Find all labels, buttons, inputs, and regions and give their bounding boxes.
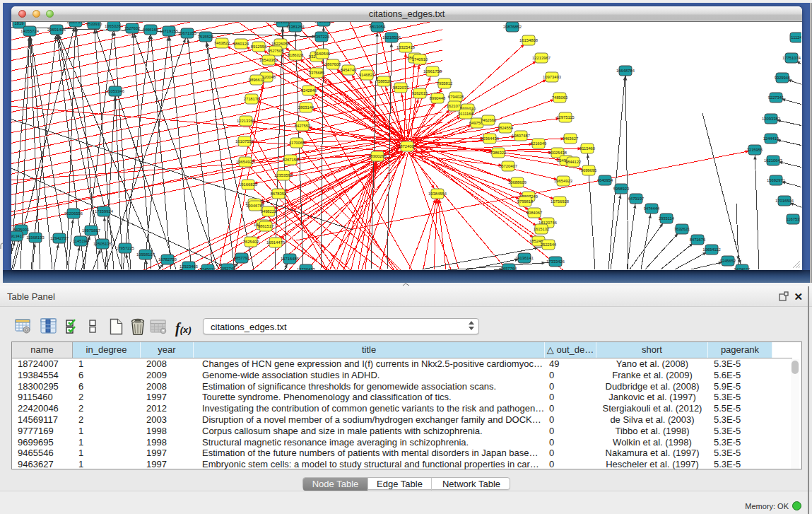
svg-text:11124: 11124 <box>791 35 801 40</box>
svg-text:9474444: 9474444 <box>644 206 660 211</box>
svg-text:3375685: 3375685 <box>309 71 325 75</box>
svg-text:8990448: 8990448 <box>430 96 446 100</box>
svg-text:10961758: 10961758 <box>423 69 442 74</box>
svg-text:17751074: 17751074 <box>782 56 801 60</box>
svg-text:9799818: 9799818 <box>517 199 534 204</box>
svg-text:7462660: 7462660 <box>481 118 497 122</box>
svg-text:9329946: 9329946 <box>775 76 791 80</box>
svg-text:15720407: 15720407 <box>499 164 517 168</box>
svg-text:19218506: 19218506 <box>382 35 401 40</box>
svg-text:3913410: 3913410 <box>11 234 24 238</box>
svg-text:16154808: 16154808 <box>519 38 538 42</box>
svg-text:1640954: 1640954 <box>597 178 613 182</box>
svg-text:10688609: 10688609 <box>508 180 526 185</box>
svg-text:12093382: 12093382 <box>762 117 780 121</box>
svg-text:18300295: 18300295 <box>368 154 387 158</box>
svg-text:11568193: 11568193 <box>26 235 44 240</box>
svg-text:7485063: 7485063 <box>552 95 568 100</box>
svg-text:10756928: 10756928 <box>551 199 569 204</box>
svg-text:7357224: 7357224 <box>314 35 330 39</box>
svg-text:10653267: 10653267 <box>105 24 123 28</box>
svg-text:17333426: 17333426 <box>546 259 565 264</box>
svg-text:16914479: 16914479 <box>266 240 285 245</box>
svg-text:12923465: 12923465 <box>180 264 198 269</box>
svg-text:9533910: 9533910 <box>86 22 102 26</box>
svg-text:9896612: 9896612 <box>249 78 265 82</box>
svg-text:19654925: 19654925 <box>236 160 254 164</box>
svg-text:7625402: 7625402 <box>243 240 259 244</box>
svg-text:6466160: 6466160 <box>143 28 159 32</box>
svg-text:8427552: 8427552 <box>295 124 311 128</box>
svg-text:9474622: 9474622 <box>734 267 751 270</box>
svg-text:2935114: 2935114 <box>659 216 675 221</box>
svg-text:1819: 1819 <box>15 22 24 25</box>
svg-text:13736435: 13736435 <box>297 267 315 270</box>
svg-text:9527505: 9527505 <box>268 49 284 53</box>
svg-text:10046786: 10046786 <box>246 204 264 208</box>
svg-text:12353594: 12353594 <box>274 173 293 177</box>
svg-text:12213967: 12213967 <box>532 56 551 60</box>
svg-text:10887379: 10887379 <box>66 22 85 24</box>
svg-text:20876852: 20876852 <box>503 25 522 29</box>
svg-text:10958107: 10958107 <box>136 252 155 257</box>
svg-text:9115460: 9115460 <box>579 146 595 151</box>
svg-text:9262615: 9262615 <box>412 91 428 95</box>
svg-text:12213369: 12213369 <box>237 119 255 123</box>
svg-text:10654112: 10654112 <box>702 247 720 252</box>
svg-text:9227341: 9227341 <box>768 95 784 100</box>
svg-text:7955812: 7955812 <box>437 81 453 86</box>
svg-text:6479197: 6479197 <box>628 197 645 201</box>
svg-text:15692971: 15692971 <box>767 178 785 182</box>
svg-text:10807487: 10807487 <box>512 134 530 138</box>
svg-text:9844122: 9844122 <box>565 160 582 164</box>
svg-text:16107552: 16107552 <box>235 139 254 144</box>
svg-text:9242848: 9242848 <box>301 88 317 93</box>
svg-text:15716485: 15716485 <box>281 257 299 261</box>
svg-text:4170065: 4170065 <box>289 141 305 145</box>
svg-text:7463822: 7463822 <box>214 41 230 45</box>
svg-text:10973493: 10973493 <box>543 75 561 79</box>
svg-text:8471676: 8471676 <box>690 238 706 242</box>
svg-text:12505135: 12505135 <box>93 242 112 246</box>
svg-text:13325419: 13325419 <box>396 45 415 49</box>
svg-text:9860124: 9860124 <box>233 42 249 46</box>
svg-text:14136141: 14136141 <box>515 256 534 260</box>
svg-text:7632621: 7632621 <box>674 227 690 231</box>
svg-text:9498222: 9498222 <box>261 209 277 214</box>
svg-text:9245652: 9245652 <box>720 259 736 263</box>
svg-text:8912954: 8912954 <box>251 45 267 49</box>
svg-text:17957225: 17957225 <box>116 246 134 250</box>
svg-text:1052749: 1052749 <box>220 267 236 270</box>
svg-text:9857791: 9857791 <box>234 256 250 260</box>
svg-text:16210643: 16210643 <box>764 158 782 163</box>
svg-text:9146821: 9146821 <box>359 73 375 77</box>
svg-text:10025438: 10025438 <box>548 151 567 155</box>
svg-text:1244419: 1244419 <box>763 136 779 141</box>
svg-text:1527602: 1527602 <box>124 26 141 30</box>
svg-text:1740910: 1740910 <box>412 57 428 62</box>
svg-text:21053346: 21053346 <box>106 89 124 93</box>
svg-text:16648784: 16648784 <box>616 69 635 73</box>
svg-text:14055724: 14055724 <box>20 29 40 33</box>
svg-text:2867608: 2867608 <box>325 62 341 66</box>
svg-text:20206556: 20206556 <box>64 211 83 216</box>
svg-text:8813054: 8813054 <box>370 25 386 29</box>
svg-text:9084067: 9084067 <box>526 211 543 215</box>
svg-text:17016504: 17016504 <box>775 199 794 203</box>
svg-text:12975115: 12975115 <box>556 115 574 119</box>
svg-text:19975887: 19975887 <box>82 228 100 233</box>
svg-text:9822037: 9822037 <box>393 86 409 90</box>
svg-text:9861517: 9861517 <box>258 224 274 228</box>
svg-text:2522544: 2522544 <box>541 243 557 247</box>
svg-text:116753: 116753 <box>787 217 800 221</box>
svg-text:16782759: 16782759 <box>158 257 177 262</box>
svg-text:1145194: 1145194 <box>73 239 89 243</box>
svg-text:9657764: 9657764 <box>501 267 517 270</box>
svg-text:17359924: 17359924 <box>95 209 114 214</box>
svg-text:8267150: 8267150 <box>283 158 299 162</box>
svg-text:5958923: 5958923 <box>613 187 630 191</box>
svg-text:18724007: 18724007 <box>398 144 416 148</box>
svg-text:10719155: 10719155 <box>160 29 178 33</box>
svg-text:19654923: 19654923 <box>554 179 572 183</box>
svg-text:16543362: 16543362 <box>259 58 278 62</box>
